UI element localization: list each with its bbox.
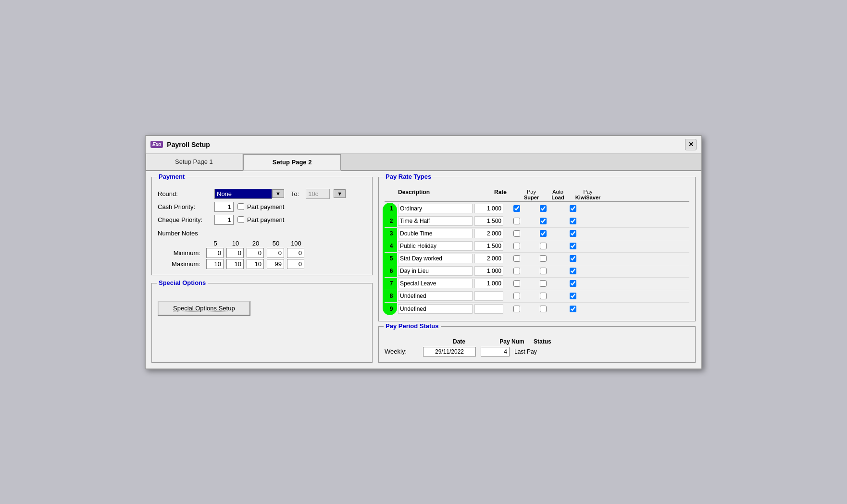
special-options-group-label: Special Options [157, 279, 208, 286]
rate-row-3-paykiwi-cell [556, 230, 590, 237]
close-button[interactable]: ✕ [685, 139, 697, 150]
cheque-part-payment-checkbox[interactable] [237, 216, 244, 223]
pp-paynum-col-header: Pay Num [490, 338, 534, 345]
rate-row-9-autoload[interactable] [540, 306, 547, 312]
round-select[interactable]: None [214, 189, 272, 199]
rate-row-1-autoload-cell [530, 205, 556, 212]
rate-row-9-autoload-cell [530, 306, 556, 312]
max-input-100[interactable] [287, 259, 304, 269]
weekly-pay-num-input[interactable] [481, 347, 510, 356]
rate-row-6-num: 6 [390, 268, 393, 274]
rate-row-6-desc[interactable] [398, 266, 473, 276]
rate-row-7-rate[interactable] [474, 279, 503, 288]
rate-row-2-rate[interactable] [474, 216, 503, 226]
weekly-status-text: Last Pay [514, 348, 537, 355]
rate-row-1-paykiwi[interactable] [570, 205, 576, 212]
rate-row-4: 4 [385, 240, 689, 253]
minimum-label: Minimum: [158, 249, 203, 257]
notes-col-5: 5 [207, 240, 224, 247]
cheque-priority-input[interactable] [214, 215, 234, 225]
rate-row-4-rate[interactable] [474, 241, 503, 251]
tab-setup-page-2[interactable]: Setup Page 2 [243, 154, 341, 171]
weekly-date-input[interactable] [423, 347, 476, 356]
rate-row-2-desc[interactable] [398, 216, 473, 226]
rate-row-5-rate[interactable] [474, 254, 503, 263]
cheque-part-payment-label: Part payment [247, 216, 284, 223]
rate-row-9-paysuper[interactable] [513, 306, 520, 312]
rate-row-8-rate[interactable] [474, 291, 503, 301]
cash-priority-input[interactable] [214, 202, 234, 212]
cash-priority-row: Cash Priority: Part payment [158, 202, 366, 212]
rate-row-6-paykiwi-cell [556, 268, 590, 274]
rate-row-5-paykiwi[interactable] [570, 255, 576, 262]
pay-period-status-group: Pay Period Status Date Pay Num Status We… [378, 326, 696, 363]
rate-row-8-desc[interactable] [398, 291, 473, 301]
rate-row-6-rate[interactable] [474, 266, 503, 276]
rate-row-9-rate[interactable] [474, 304, 503, 314]
rate-row-8-paykiwi[interactable] [570, 293, 576, 299]
min-input-50[interactable] [267, 248, 284, 258]
rate-row-4-num: 4 [390, 243, 393, 249]
pay-rate-types-group: Pay Rate Types Description Rate Pay Supe… [378, 177, 696, 321]
rate-row-9-desc[interactable] [398, 304, 473, 314]
rate-row-1-paysuper[interactable] [513, 205, 520, 212]
rate-row-5-num: 5 [390, 255, 393, 262]
min-input-20[interactable] [247, 248, 264, 258]
rate-row-4-desc[interactable] [398, 241, 473, 251]
max-input-10[interactable] [226, 259, 244, 269]
rate-row-5-paykiwi-cell [556, 255, 590, 262]
rate-row-9-paykiwi[interactable] [570, 306, 576, 312]
rate-row-2-autoload[interactable] [540, 218, 547, 224]
max-input-50[interactable] [267, 259, 284, 269]
rate-row-3-paykiwi[interactable] [570, 230, 576, 237]
rate-row-3-paysuper[interactable] [513, 230, 520, 237]
rate-row-6-autoload[interactable] [540, 268, 547, 274]
rate-row-6-paysuper[interactable] [513, 268, 520, 274]
rate-row-4-paykiwi-cell [556, 243, 590, 249]
rate-row-4-paysuper-cell [503, 243, 530, 249]
col-header-description: Description [398, 189, 475, 200]
rate-row-1-autoload[interactable] [540, 205, 547, 212]
notes-col-50: 50 [267, 240, 285, 247]
max-input-5[interactable] [206, 259, 224, 269]
cash-part-payment-checkbox[interactable] [237, 203, 244, 210]
exo-logo: Exo [150, 141, 163, 148]
special-options-group: Special Options Special Options Setup [151, 283, 373, 363]
rate-row-5-autoload[interactable] [540, 255, 547, 262]
pp-date-col-header: Date [428, 338, 490, 345]
special-options-setup-button[interactable]: Special Options Setup [158, 301, 250, 316]
cheque-part-payment-row: Part payment [237, 216, 284, 223]
rate-row-8-autoload[interactable] [540, 293, 547, 299]
rate-row-7-desc[interactable] [398, 279, 473, 288]
rate-row-4-autoload[interactable] [540, 243, 547, 249]
to-value: 10c [306, 189, 330, 199]
rate-row-5: 5 [385, 253, 689, 265]
rate-row-5-desc[interactable] [398, 254, 473, 263]
rate-row-4-paysuper[interactable] [513, 243, 520, 249]
maximum-row: Maximum: [158, 259, 366, 269]
rate-row-6-paykiwi[interactable] [570, 268, 576, 274]
col-header-paykiwi: KiwiSaver [575, 195, 601, 200]
rate-row-3-num: 3 [390, 230, 393, 237]
rate-row-7-paysuper[interactable] [513, 280, 520, 287]
tab-setup-page-1[interactable]: Setup Page 1 [146, 154, 242, 170]
round-select-arrow[interactable]: ▼ [272, 189, 284, 198]
rate-row-3-autoload[interactable] [540, 230, 547, 237]
rate-row-4-paykiwi[interactable] [570, 243, 576, 249]
rate-row-7-paykiwi[interactable] [570, 280, 576, 287]
rate-row-2-paykiwi[interactable] [570, 218, 576, 224]
rate-row-1-desc[interactable] [398, 204, 473, 213]
min-input-10[interactable] [226, 248, 244, 258]
max-input-20[interactable] [247, 259, 264, 269]
rate-row-8-paysuper[interactable] [513, 293, 520, 299]
rate-row-2-paysuper[interactable] [513, 218, 520, 224]
min-input-5[interactable] [206, 248, 224, 258]
rate-row-1-rate[interactable] [474, 204, 503, 213]
rate-row-5-paysuper[interactable] [513, 255, 520, 262]
rate-row-3-desc[interactable] [398, 229, 473, 238]
rate-row-9: 9 [385, 303, 689, 315]
to-select-arrow[interactable]: ▼ [334, 189, 346, 198]
rate-row-3-rate[interactable] [474, 229, 503, 238]
rate-row-7-autoload[interactable] [540, 280, 547, 287]
min-input-100[interactable] [287, 248, 304, 258]
